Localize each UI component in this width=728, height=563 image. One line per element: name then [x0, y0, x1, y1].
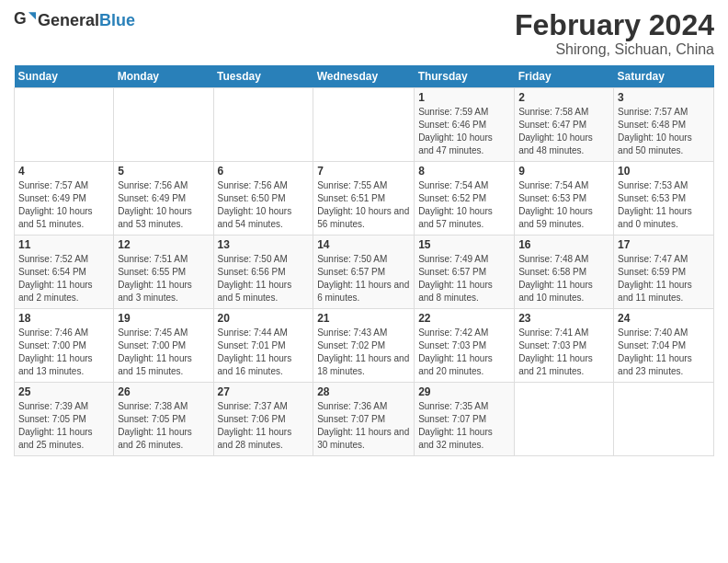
logo-blue: Blue	[99, 11, 135, 29]
day-info: Sunrise: 7:42 AM Sunset: 7:03 PM Dayligh…	[418, 327, 510, 378]
header: G GeneralBlue February 2024 Shirong, Sic…	[14, 9, 714, 58]
calendar-cell: 21Sunrise: 7:43 AM Sunset: 7:02 PM Dayli…	[313, 309, 415, 383]
calendar-cell: 17Sunrise: 7:47 AM Sunset: 6:59 PM Dayli…	[614, 236, 714, 309]
calendar-cell: 15Sunrise: 7:49 AM Sunset: 6:57 PM Dayli…	[415, 236, 515, 309]
calendar-cell: 19Sunrise: 7:45 AM Sunset: 7:00 PM Dayli…	[114, 309, 213, 383]
calendar-cell: 7Sunrise: 7:55 AM Sunset: 6:51 PM Daylig…	[313, 162, 415, 236]
header-friday: Friday	[515, 65, 614, 88]
calendar-cell: 12Sunrise: 7:51 AM Sunset: 6:55 PM Dayli…	[114, 236, 213, 309]
day-number: 4	[18, 165, 109, 178]
day-number: 25	[18, 385, 109, 398]
calendar-cell: 3Sunrise: 7:57 AM Sunset: 6:48 PM Daylig…	[614, 88, 714, 162]
day-info: Sunrise: 7:36 AM Sunset: 7:07 PM Dayligh…	[317, 400, 410, 452]
page-subtitle: Shirong, Sichuan, China	[515, 41, 714, 58]
day-info: Sunrise: 7:47 AM Sunset: 6:59 PM Dayligh…	[618, 253, 710, 304]
calendar-week-row: 11Sunrise: 7:52 AM Sunset: 6:54 PM Dayli…	[15, 236, 714, 309]
day-info: Sunrise: 7:52 AM Sunset: 6:54 PM Dayligh…	[18, 253, 109, 304]
calendar-cell: 4Sunrise: 7:57 AM Sunset: 6:49 PM Daylig…	[15, 162, 114, 236]
day-info: Sunrise: 7:50 AM Sunset: 6:56 PM Dayligh…	[218, 253, 310, 304]
day-number: 22	[418, 312, 510, 325]
calendar-week-row: 18Sunrise: 7:46 AM Sunset: 7:00 PM Dayli…	[15, 309, 714, 383]
logo: G GeneralBlue	[14, 9, 135, 31]
calendar-cell: 2Sunrise: 7:58 AM Sunset: 6:47 PM Daylig…	[515, 88, 614, 162]
calendar-cell	[515, 383, 614, 456]
day-info: Sunrise: 7:44 AM Sunset: 7:01 PM Dayligh…	[218, 327, 310, 378]
logo-icon: G	[14, 9, 36, 31]
day-number: 5	[118, 165, 209, 178]
calendar-cell: 22Sunrise: 7:42 AM Sunset: 7:03 PM Dayli…	[415, 309, 515, 383]
day-info: Sunrise: 7:43 AM Sunset: 7:02 PM Dayligh…	[317, 327, 410, 378]
day-number: 27	[218, 385, 310, 398]
day-number: 19	[118, 312, 209, 325]
calendar-cell: 1Sunrise: 7:59 AM Sunset: 6:46 PM Daylig…	[415, 88, 515, 162]
calendar-cell: 10Sunrise: 7:53 AM Sunset: 6:53 PM Dayli…	[614, 162, 714, 236]
day-info: Sunrise: 7:50 AM Sunset: 6:57 PM Dayligh…	[317, 253, 410, 304]
svg-marker-1	[28, 12, 36, 19]
header-tuesday: Tuesday	[213, 65, 313, 88]
main-container: G GeneralBlue February 2024 Shirong, Sic…	[0, 0, 728, 461]
calendar-cell	[15, 88, 114, 162]
day-info: Sunrise: 7:56 AM Sunset: 6:49 PM Dayligh…	[118, 179, 209, 231]
calendar-cell: 6Sunrise: 7:56 AM Sunset: 6:50 PM Daylig…	[213, 162, 313, 236]
calendar-table: Sunday Monday Tuesday Wednesday Thursday…	[14, 65, 714, 456]
day-number: 28	[317, 385, 410, 398]
day-number: 1	[418, 91, 510, 104]
day-info: Sunrise: 7:54 AM Sunset: 6:53 PM Dayligh…	[518, 179, 609, 231]
day-number: 6	[218, 165, 310, 178]
calendar-week-row: 1Sunrise: 7:59 AM Sunset: 6:46 PM Daylig…	[15, 88, 714, 162]
header-wednesday: Wednesday	[313, 65, 415, 88]
day-number: 10	[618, 165, 710, 178]
day-number: 7	[317, 165, 410, 178]
day-number: 24	[618, 312, 710, 325]
calendar-cell	[313, 88, 415, 162]
day-info: Sunrise: 7:56 AM Sunset: 6:50 PM Dayligh…	[218, 179, 310, 231]
day-info: Sunrise: 7:57 AM Sunset: 6:48 PM Dayligh…	[618, 106, 710, 157]
day-info: Sunrise: 7:59 AM Sunset: 6:46 PM Dayligh…	[418, 106, 510, 157]
calendar-cell: 20Sunrise: 7:44 AM Sunset: 7:01 PM Dayli…	[213, 309, 313, 383]
day-info: Sunrise: 7:57 AM Sunset: 6:49 PM Dayligh…	[18, 179, 109, 231]
calendar-cell: 23Sunrise: 7:41 AM Sunset: 7:03 PM Dayli…	[515, 309, 614, 383]
calendar-cell: 29Sunrise: 7:35 AM Sunset: 7:07 PM Dayli…	[415, 383, 515, 456]
day-number: 18	[18, 312, 109, 325]
day-info: Sunrise: 7:37 AM Sunset: 7:06 PM Dayligh…	[218, 400, 310, 452]
day-info: Sunrise: 7:39 AM Sunset: 7:05 PM Dayligh…	[18, 400, 109, 452]
day-number: 13	[218, 238, 310, 251]
day-number: 11	[18, 238, 109, 251]
header-sunday: Sunday	[15, 65, 114, 88]
header-saturday: Saturday	[614, 65, 714, 88]
calendar-cell: 5Sunrise: 7:56 AM Sunset: 6:49 PM Daylig…	[114, 162, 213, 236]
calendar-cell: 25Sunrise: 7:39 AM Sunset: 7:05 PM Dayli…	[15, 383, 114, 456]
day-number: 8	[418, 165, 510, 178]
day-number: 2	[518, 91, 609, 104]
title-block: February 2024 Shirong, Sichuan, China	[515, 9, 714, 58]
day-info: Sunrise: 7:53 AM Sunset: 6:53 PM Dayligh…	[618, 179, 710, 231]
day-number: 15	[418, 238, 510, 251]
day-number: 3	[618, 91, 710, 104]
calendar-cell	[614, 383, 714, 456]
calendar-cell: 9Sunrise: 7:54 AM Sunset: 6:53 PM Daylig…	[515, 162, 614, 236]
calendar-cell: 27Sunrise: 7:37 AM Sunset: 7:06 PM Dayli…	[213, 383, 313, 456]
calendar-week-row: 25Sunrise: 7:39 AM Sunset: 7:05 PM Dayli…	[15, 383, 714, 456]
day-number: 29	[418, 385, 510, 398]
day-number: 23	[518, 312, 609, 325]
day-info: Sunrise: 7:35 AM Sunset: 7:07 PM Dayligh…	[418, 400, 510, 452]
day-number: 9	[518, 165, 609, 178]
day-info: Sunrise: 7:41 AM Sunset: 7:03 PM Dayligh…	[518, 327, 609, 378]
day-info: Sunrise: 7:54 AM Sunset: 6:52 PM Dayligh…	[418, 179, 510, 231]
day-number: 16	[518, 238, 609, 251]
day-info: Sunrise: 7:38 AM Sunset: 7:05 PM Dayligh…	[118, 400, 209, 452]
day-number: 17	[618, 238, 710, 251]
calendar-cell: 11Sunrise: 7:52 AM Sunset: 6:54 PM Dayli…	[15, 236, 114, 309]
day-number: 14	[317, 238, 410, 251]
calendar-body: 1Sunrise: 7:59 AM Sunset: 6:46 PM Daylig…	[15, 88, 714, 456]
logo-general: General	[38, 11, 99, 29]
header-thursday: Thursday	[415, 65, 515, 88]
day-info: Sunrise: 7:49 AM Sunset: 6:57 PM Dayligh…	[418, 253, 510, 304]
calendar-cell: 14Sunrise: 7:50 AM Sunset: 6:57 PM Dayli…	[313, 236, 415, 309]
calendar-cell: 8Sunrise: 7:54 AM Sunset: 6:52 PM Daylig…	[415, 162, 515, 236]
day-info: Sunrise: 7:40 AM Sunset: 7:04 PM Dayligh…	[618, 327, 710, 378]
day-info: Sunrise: 7:46 AM Sunset: 7:00 PM Dayligh…	[18, 327, 109, 378]
day-number: 20	[218, 312, 310, 325]
day-info: Sunrise: 7:51 AM Sunset: 6:55 PM Dayligh…	[118, 253, 209, 304]
calendar-cell: 18Sunrise: 7:46 AM Sunset: 7:00 PM Dayli…	[15, 309, 114, 383]
